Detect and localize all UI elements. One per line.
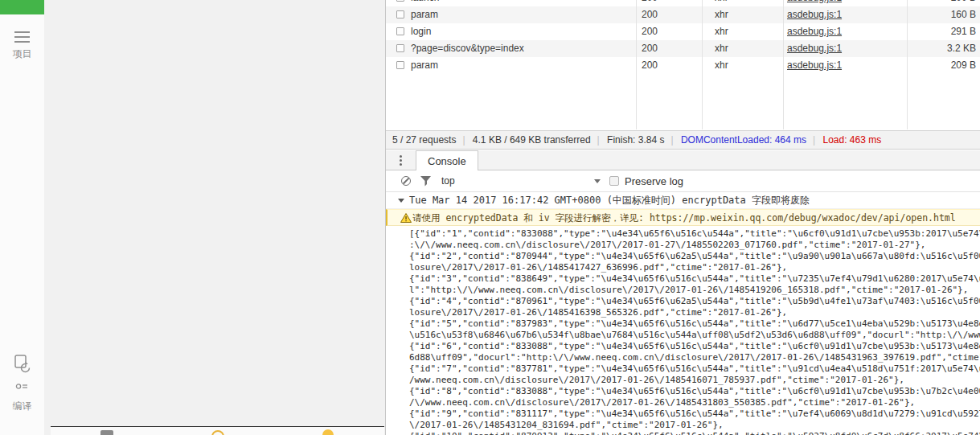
console-warning-text: 请使用 encryptedData 和 iv 字段进行解密，详见: https:… (412, 212, 956, 224)
request-status: 200 (642, 57, 658, 74)
console-json-line: {"id":"8","contid":"833088","type":"\u4e… (409, 386, 980, 397)
network-rows: param 200 xhr asdebug.js:1 160 B login 2… (386, 6, 980, 74)
summary-finish: Finish: 3.84 s (607, 134, 674, 146)
request-status: 200 (642, 23, 658, 40)
wechat-devtools-window: 项目 编译 launch (0, 0, 980, 435)
request-type: xhr (715, 57, 728, 74)
request-name: param (411, 6, 438, 23)
console-json-line: {"id":"9","contid":"831117","type":"\u4e… (409, 408, 980, 420)
console-json-line: {"id":"6","contid":"833088","type":"\u4e… (409, 341, 980, 352)
console-json-line: {"id":"3","contid":"838649","type":"\u4e… (409, 273, 980, 285)
request-name: login (411, 23, 431, 40)
console-json-line: losure\/2017\/2017-01-26\/1485417427_636… (409, 262, 980, 273)
console-json-line: {"id":"10","contid":"870913","type":"\u4… (409, 431, 980, 435)
request-status: 200 (642, 0, 658, 6)
mini-settings-icon[interactable] (15, 383, 29, 390)
request-size: 160 B (951, 6, 976, 23)
request-type: xhr (715, 6, 728, 23)
console-json-line: losure\/2017\/2017-01-26\/1485416398_565… (409, 307, 980, 318)
summary-load: Load: 463 ms (822, 134, 881, 146)
column-divider (783, 0, 784, 129)
filter-icon[interactable] (420, 176, 432, 187)
row-checkbox[interactable] (396, 10, 404, 18)
simulator-viewport (44, 0, 385, 435)
request-initiator-link[interactable]: asdebug.js:1 (787, 6, 842, 23)
row-checkbox[interactable] (396, 61, 404, 69)
sidebar-item-compile[interactable]: 编译 (0, 400, 44, 413)
request-initiator-link[interactable]: asdebug.js:1 (787, 23, 842, 40)
row-checkbox[interactable] (396, 27, 404, 35)
console-json-line: {"id":"7","contid":"837781","type":"\u4e… (409, 363, 980, 375)
console-json-line: :\/\/www.neeq.com.cn\/disclosure\/2017\/… (409, 240, 980, 251)
console-json-line: \/2017-01-26\/1485431204_831694.pdf","ct… (409, 420, 980, 431)
summary-transferred: 4.1 KB / 649 KB transferred (473, 134, 600, 146)
request-type: xhr (715, 0, 728, 6)
brand-green-bar (0, 0, 44, 14)
console-json-line: /\/www.neeq.com.cn\/disclosure\/2017\/20… (409, 397, 980, 408)
summary-dom-content-loaded: DOMContentLoaded: 464 ms (681, 134, 815, 146)
column-divider (702, 0, 703, 129)
kebab-menu-icon[interactable] (400, 155, 403, 167)
row-checkbox[interactable] (396, 0, 404, 2)
execution-context-select[interactable]: top (439, 170, 604, 192)
tab-console[interactable]: Console (416, 150, 478, 170)
tabbar-icon-3[interactable] (322, 429, 334, 435)
console-toolbar: top Preserve log (386, 170, 980, 192)
network-row[interactable]: ?page=discov&type=index 200 xhr asdebug.… (386, 40, 980, 57)
console-tab-bar: Console (386, 150, 980, 170)
tabbar-icon-2[interactable] (211, 430, 224, 435)
chevron-down-icon (594, 179, 601, 183)
column-divider (636, 0, 637, 129)
request-type: xhr (715, 40, 728, 57)
request-type: xhr (715, 23, 728, 40)
console-json-line: \u516c\u53f8\u6846\u67b6\u534f\u8bae\u76… (409, 330, 980, 341)
request-size: 209 B (951, 57, 976, 74)
request-name: param (411, 57, 438, 74)
request-size: 200 B (951, 0, 976, 6)
console-json-line: {"id":"5","contid":"837983","type":"\u4e… (409, 318, 980, 330)
console-warning-row: 请使用 encryptedData 和 iv 字段进行解密，详见: https:… (386, 209, 980, 226)
console-group-text: Tue Mar 14 2017 16:17:42 GMT+0800 (中国标准时… (409, 195, 810, 206)
request-initiator-link[interactable]: asdebug.js:1 (787, 57, 842, 74)
console-output: Tue Mar 14 2017 16:17:42 GMT+0800 (中国标准时… (386, 192, 980, 435)
request-status: 200 (642, 40, 658, 57)
preserve-log-label[interactable]: Preserve log (625, 170, 683, 192)
network-row[interactable]: login 200 xhr asdebug.js:1 291 B (386, 23, 980, 40)
context-value: top (441, 170, 455, 192)
console-json-line: {"id":"4","contid":"870961","type":"\u4e… (409, 296, 980, 307)
request-initiator-link[interactable]: asdebug.js:1 (787, 0, 842, 6)
tabbar-icon-1[interactable] (100, 430, 113, 435)
console-json-line: l":"http:\/\/www.neeq.com.cn\/disclosure… (409, 285, 980, 296)
console-json-output: [{"id":"1","contid":"833088","type":"\u4… (409, 228, 980, 435)
request-status: 200 (642, 6, 658, 23)
summary-requests: 5 / 27 requests (392, 134, 465, 146)
devtools-panel: launch 200 xhr asdebug.js:1 200 B param … (385, 0, 980, 435)
sidebar-item-project[interactable]: 项目 (0, 47, 44, 61)
console-group-row[interactable]: Tue Mar 14 2017 16:17:42 GMT+0800 (中国标准时… (386, 192, 980, 209)
request-initiator-link[interactable]: asdebug.js:1 (787, 40, 842, 57)
column-divider (907, 0, 908, 129)
request-name: launch (411, 0, 439, 6)
row-checkbox[interactable] (396, 44, 404, 52)
hamburger-menu-icon[interactable] (14, 31, 30, 46)
expand-triangle-icon[interactable] (398, 199, 404, 203)
compile-icon[interactable] (12, 354, 33, 375)
preserve-log-checkbox[interactable] (609, 176, 619, 186)
request-name: ?page=discov&type=index (411, 40, 524, 57)
request-size: 3.2 KB (947, 40, 976, 57)
console-json-line: /www.neeq.com.cn\/disclosure\/2017\/2017… (409, 375, 980, 386)
network-request-table: launch 200 xhr asdebug.js:1 200 B param … (386, 0, 980, 129)
console-json-line: 6d88\uff09","docurl":"http:\/\/www.neeq.… (409, 352, 980, 363)
sidebar: 项目 编译 (0, 0, 45, 435)
network-row[interactable]: param 200 xhr asdebug.js:1 160 B (386, 6, 980, 23)
warning-icon (400, 213, 412, 223)
network-summary-bar: 5 / 27 requests 4.1 KB / 649 KB transfer… (386, 130, 980, 150)
console-json-line: {"id":"2","contid":"870944","type":"\u4e… (409, 251, 980, 262)
clear-console-icon[interactable] (401, 176, 411, 186)
console-json-line: [{"id":"1","contid":"833088","type":"\u4… (409, 228, 980, 240)
network-row-partial[interactable]: launch 200 xhr asdebug.js:1 200 B (386, 0, 980, 6)
simulator-tabbar (51, 427, 384, 435)
request-size: 291 B (951, 23, 976, 40)
network-row[interactable]: param 200 xhr asdebug.js:1 209 B (386, 57, 980, 74)
